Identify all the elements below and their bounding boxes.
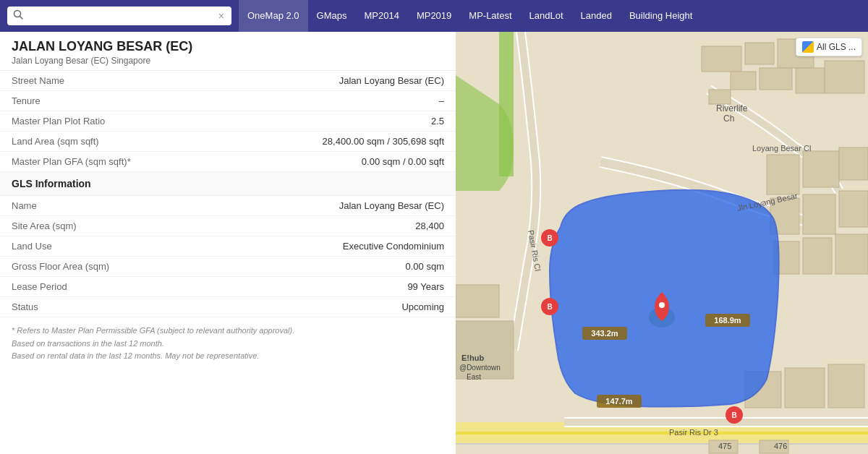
street-name-label: Street Name bbox=[0, 71, 205, 91]
svg-rect-25 bbox=[828, 364, 864, 408]
table-row: Master Plan GFA (sqm sqft)* 0.00 sqm / 0… bbox=[0, 152, 456, 172]
svg-text:B: B bbox=[547, 303, 552, 311]
svg-text:East: East bbox=[467, 373, 481, 381]
table-row: Lease Period 99 Years bbox=[0, 277, 456, 297]
master-plan-plot-ratio-value: 2.5 bbox=[205, 111, 456, 132]
nav-link-gmaps[interactable]: GMaps bbox=[308, 0, 356, 32]
nav-link-landed[interactable]: Landed bbox=[572, 0, 621, 32]
nav-link-mp2014[interactable]: MP2014 bbox=[355, 0, 407, 32]
table-row: Land Area (sqm sqft) 28,400.00 sqm / 305… bbox=[0, 132, 456, 152]
nav-link-buildingheight[interactable]: Building Height bbox=[621, 0, 701, 32]
street-name-value: Jalan Loyang Besar (EC) bbox=[205, 71, 456, 91]
svg-point-37 bbox=[659, 302, 665, 308]
svg-text:Loyang Besar Cl: Loyang Besar Cl bbox=[752, 144, 811, 153]
footnote-3: Based on rental data in the last 12 mont… bbox=[12, 350, 444, 363]
gls-name-label: Name bbox=[0, 196, 205, 216]
gls-name-value: Jalan Loyang Besar (EC) bbox=[205, 196, 456, 216]
master-plan-gfa-value: 0.00 sqm / 0.00 sqft bbox=[205, 152, 456, 172]
svg-rect-29 bbox=[456, 285, 499, 317]
svg-text:@Downtown: @Downtown bbox=[459, 364, 501, 372]
table-row: Land Use Executive Condominium bbox=[0, 236, 456, 257]
tenure-value: – bbox=[205, 91, 456, 111]
gls-lease-period-value: 99 Years bbox=[205, 277, 456, 297]
gls-details-table: Name Jalan Loyang Besar (EC) Site Area (… bbox=[0, 196, 456, 317]
svg-rect-24 bbox=[785, 368, 825, 408]
svg-text:343.2m: 343.2m bbox=[591, 329, 618, 338]
svg-rect-6 bbox=[702, 46, 741, 72]
svg-rect-12 bbox=[825, 61, 864, 93]
table-row: Name Jalan Loyang Besar (EC) bbox=[0, 196, 456, 216]
property-title: JALAN LOYANG BESAR (EC) bbox=[12, 39, 444, 54]
search-input[interactable]: JALAN LOYANG BESAR (EC) bbox=[27, 11, 217, 22]
gls-land-use-label: Land Use bbox=[0, 236, 205, 257]
footnote-1: * Refers to Master Plan Permissible GFA … bbox=[12, 325, 444, 338]
footnotes: * Refers to Master Plan Permissible GFA … bbox=[0, 317, 456, 370]
table-row: Status Upcoming bbox=[0, 297, 456, 317]
clear-search-button[interactable]: × bbox=[217, 10, 226, 22]
gls-status-label: Status bbox=[0, 297, 205, 317]
svg-text:147.7m: 147.7m bbox=[605, 397, 633, 406]
svg-rect-14 bbox=[767, 155, 799, 194]
search-bar: JALAN LOYANG BESAR (EC) × bbox=[7, 7, 231, 25]
svg-rect-7 bbox=[745, 43, 774, 64]
property-subtitle: Jalan Loyang Besar (EC) Singapore bbox=[12, 56, 444, 66]
left-panel: JALAN LOYANG BESAR (EC) Jalan Loyang Bes… bbox=[0, 32, 456, 454]
svg-text:168.9m: 168.9m bbox=[714, 316, 741, 325]
svg-rect-9 bbox=[731, 72, 756, 90]
svg-text:E!hub: E!hub bbox=[461, 354, 484, 362]
svg-rect-18 bbox=[803, 194, 835, 234]
svg-text:Ch: Ch bbox=[723, 113, 734, 124]
gls-status-value: Upcoming bbox=[205, 297, 456, 317]
table-row: Master Plan Plot Ratio 2.5 bbox=[0, 111, 456, 132]
footnote-2: Based on transactions in the last 12 mon… bbox=[12, 338, 444, 351]
search-icon bbox=[13, 9, 23, 22]
land-area-label: Land Area (sqm sqft) bbox=[0, 132, 205, 152]
svg-text:475: 475 bbox=[718, 442, 731, 450]
table-row: Gross Floor Area (sqm) 0.00 sqm bbox=[0, 257, 456, 277]
table-row: Tenure – bbox=[0, 91, 456, 111]
svg-rect-22 bbox=[835, 234, 868, 274]
gls-gross-floor-label: Gross Floor Area (sqm) bbox=[0, 257, 205, 277]
svg-text:B: B bbox=[731, 411, 736, 419]
gls-lease-period-label: Lease Period bbox=[0, 277, 205, 297]
master-plan-plot-ratio-label: Master Plan Plot Ratio bbox=[0, 111, 205, 132]
table-row: Site Area (sqm) 28,400 bbox=[0, 216, 456, 236]
svg-text:476: 476 bbox=[774, 442, 787, 450]
svg-line-1 bbox=[20, 17, 23, 20]
gls-site-area-value: 28,400 bbox=[205, 216, 456, 236]
gls-icon bbox=[802, 41, 814, 53]
property-details-table: Street Name Jalan Loyang Besar (EC) Tenu… bbox=[0, 71, 456, 172]
map-panel[interactable]: B B B 343.2m 168.9m 147.7m Riverlife Ch bbox=[456, 32, 868, 454]
svg-text:Riverlife: Riverlife bbox=[716, 103, 748, 113]
svg-rect-16 bbox=[839, 147, 868, 180]
table-row: Street Name Jalan Loyang Besar (EC) bbox=[0, 71, 456, 91]
svg-rect-19 bbox=[839, 191, 868, 227]
top-navigation: JALAN LOYANG BESAR (EC) × OneMap 2.0 GMa… bbox=[0, 0, 868, 32]
svg-text:B: B bbox=[547, 234, 552, 242]
tenure-label: Tenure bbox=[0, 91, 205, 111]
main-content: JALAN LOYANG BESAR (EC) Jalan Loyang Bes… bbox=[0, 32, 868, 454]
svg-rect-11 bbox=[796, 68, 825, 93]
nav-link-mp2019[interactable]: MP2019 bbox=[408, 0, 460, 32]
gls-land-use-value: Executive Condominium bbox=[205, 236, 456, 257]
svg-rect-21 bbox=[803, 238, 832, 274]
gls-badge[interactable]: All GLS ... bbox=[796, 38, 862, 56]
property-title-section: JALAN LOYANG BESAR (EC) Jalan Loyang Bes… bbox=[0, 32, 456, 71]
svg-text:Pasir Ris Dr 3: Pasir Ris Dr 3 bbox=[669, 428, 718, 437]
nav-link-onemap[interactable]: OneMap 2.0 bbox=[239, 0, 308, 32]
gls-gross-floor-value: 0.00 sqm bbox=[205, 257, 456, 277]
svg-rect-13 bbox=[709, 90, 731, 104]
nav-link-mplatest[interactable]: MP-Latest bbox=[460, 0, 520, 32]
gls-badge-label: All GLS ... bbox=[817, 42, 856, 52]
svg-rect-15 bbox=[803, 151, 839, 187]
svg-rect-10 bbox=[760, 68, 792, 90]
nav-links: OneMap 2.0 GMaps MP2014 MP2019 MP-Latest… bbox=[239, 0, 868, 32]
map-svg: B B B 343.2m 168.9m 147.7m Riverlife Ch bbox=[456, 32, 868, 454]
gls-site-area-label: Site Area (sqm) bbox=[0, 216, 205, 236]
land-area-value: 28,400.00 sqm / 305,698 sqft bbox=[205, 132, 456, 152]
gls-section-header: GLS Information bbox=[0, 172, 456, 196]
svg-rect-5 bbox=[456, 432, 868, 434]
master-plan-gfa-label: Master Plan GFA (sqm sqft)* bbox=[0, 152, 205, 172]
nav-link-landlot[interactable]: LandLot bbox=[521, 0, 572, 32]
